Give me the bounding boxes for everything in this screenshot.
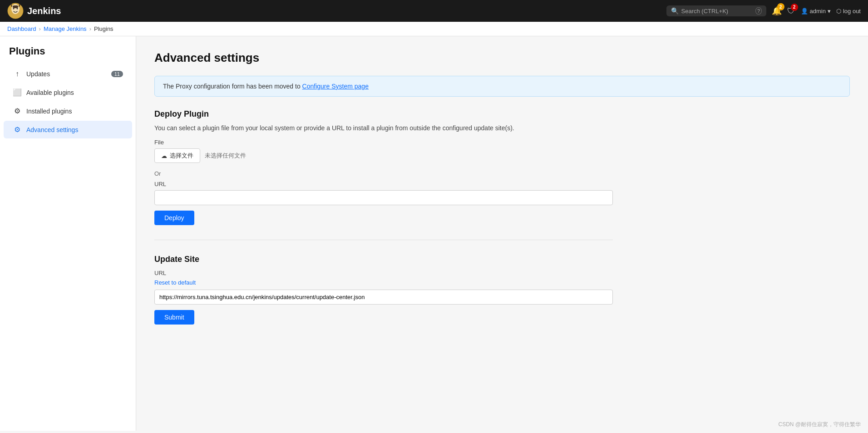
configure-system-link[interactable]: Configure System page: [302, 83, 369, 90]
help-icon: ?: [755, 7, 761, 15]
file-none-text: 未选择任何文件: [205, 152, 246, 160]
or-text: Or: [154, 170, 850, 177]
sidebar: Plugins ↑ Updates 11 ⬜ Available plugins…: [0, 36, 136, 431]
main-content: Advanced settings The Proxy configuratio…: [136, 36, 868, 431]
sidebar-label-available: Available plugins: [26, 89, 74, 96]
choose-file-button[interactable]: ☁ 选择文件: [154, 148, 200, 163]
security-button[interactable]: 🛡 2: [787, 6, 795, 16]
jenkins-logo[interactable]: Jenkins: [7, 3, 61, 19]
breadcrumb-current: Plugins: [94, 25, 113, 32]
submit-button[interactable]: Submit: [154, 310, 194, 325]
footer-watermark: CSDN @耐得住寂寞，守得住繁华: [778, 421, 861, 428]
proxy-info-text: The Proxy configuration form has been mo…: [163, 83, 302, 90]
deploy-url-input[interactable]: [154, 190, 613, 205]
deploy-button[interactable]: Deploy: [154, 211, 194, 225]
upload-icon: ☁: [161, 153, 167, 159]
available-icon: ⬜: [13, 88, 22, 97]
deploy-plugin-title: Deploy Plugin: [154, 109, 850, 119]
updates-icon: ↑: [13, 70, 22, 78]
search-input[interactable]: [681, 8, 753, 15]
reset-to-default-link[interactable]: Reset to default: [154, 279, 850, 286]
updates-badge: 11: [111, 71, 123, 77]
breadcrumb-dashboard[interactable]: Dashboard: [7, 25, 36, 32]
security-badge: 2: [791, 4, 798, 11]
sidebar-item-advanced-settings[interactable]: ⚙ Advanced settings: [4, 121, 132, 138]
url-label: URL: [154, 181, 850, 187]
breadcrumb-sep-2: ›: [89, 25, 91, 32]
header: Jenkins 🔍 ? 🔔 2 🛡 2 👤 admin ▾ ⬡ log out: [0, 0, 868, 22]
breadcrumb-manage-jenkins[interactable]: Manage Jenkins: [44, 25, 87, 32]
chevron-down-icon: ▾: [828, 8, 831, 15]
admin-menu[interactable]: 👤 admin ▾: [801, 8, 831, 15]
svg-rect-4: [13, 5, 18, 8]
sidebar-label-installed: Installed plugins: [26, 108, 72, 115]
sidebar-label-advanced: Advanced settings: [26, 126, 78, 133]
sidebar-item-updates[interactable]: ↑ Updates 11: [4, 65, 132, 83]
deploy-plugin-desc: You can select a plugin file from your l…: [154, 124, 850, 132]
update-site-title: Update Site: [154, 255, 850, 264]
file-label: File: [154, 139, 850, 146]
page-title: Advanced settings: [154, 51, 850, 65]
logout-button[interactable]: ⬡ log out: [836, 8, 861, 15]
breadcrumb-sep-1: ›: [39, 25, 41, 32]
section-divider: [154, 240, 613, 240]
sidebar-item-installed-plugins[interactable]: ⚙ Installed plugins: [4, 102, 132, 120]
deploy-plugin-section: Deploy Plugin You can select a plugin fi…: [154, 109, 850, 225]
sidebar-label-updates: Updates: [26, 70, 50, 78]
file-input-row: ☁ 选择文件 未选择任何文件: [154, 148, 850, 163]
update-site-section: Update Site URL Reset to default Submit: [154, 255, 850, 325]
search-box[interactable]: 🔍 ?: [666, 5, 766, 16]
breadcrumb: Dashboard › Manage Jenkins › Plugins: [0, 22, 868, 36]
update-url-label: URL: [154, 270, 850, 276]
user-icon: 👤: [801, 8, 808, 15]
sidebar-item-available-plugins[interactable]: ⬜ Available plugins: [4, 84, 132, 101]
proxy-info-box: The Proxy configuration form has been mo…: [154, 76, 850, 97]
page-layout: Plugins ↑ Updates 11 ⬜ Available plugins…: [0, 36, 868, 431]
advanced-icon: ⚙: [13, 125, 22, 134]
notifications-button[interactable]: 🔔 2: [772, 6, 782, 16]
search-icon: 🔍: [671, 7, 679, 15]
sidebar-title: Plugins: [0, 45, 136, 64]
logout-icon: ⬡: [836, 8, 841, 15]
update-site-url-input[interactable]: [154, 290, 613, 305]
notifications-badge: 2: [777, 3, 784, 10]
installed-icon: ⚙: [13, 107, 22, 115]
header-icons: 🔔 2 🛡 2 👤 admin ▾ ⬡ log out: [772, 6, 861, 16]
